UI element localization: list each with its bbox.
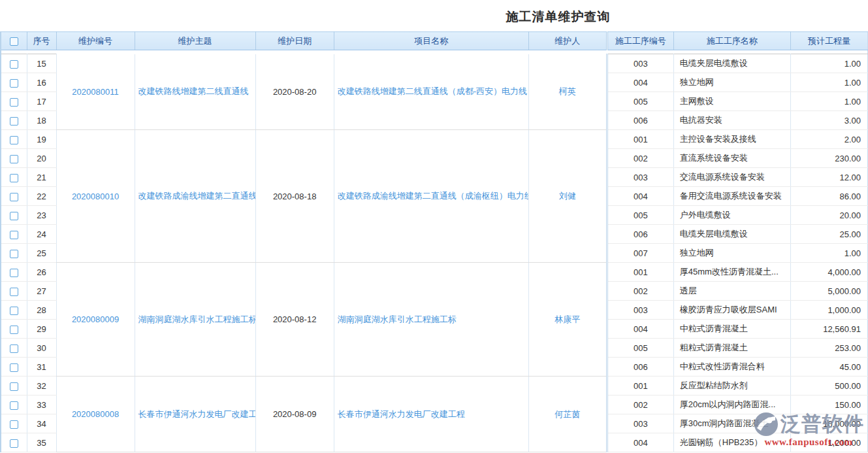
header-qty: 预计工程量 (790, 32, 867, 50)
row-checkbox[interactable] (10, 401, 18, 410)
subject-cell-link[interactable]: 长春市伊通河水力发电厂改建工程 (138, 409, 256, 419)
seq-cell: 25 (27, 244, 56, 263)
subject-cell: 湖南洞庭湖水库引水工程施工标 (135, 263, 255, 377)
row-checkbox[interactable] (10, 231, 18, 239)
maint-no-cell-link[interactable]: 2020080010 (72, 192, 119, 201)
proc-no-cell: 003 (607, 168, 673, 187)
subject-cell-link[interactable]: 改建铁路成渝线增建第二直通线 (138, 191, 256, 201)
row-checkbox[interactable] (10, 250, 18, 258)
row-checkbox[interactable] (10, 307, 18, 315)
qty-cell: 20.00 (790, 206, 867, 225)
row-checkbox[interactable] (10, 439, 18, 448)
table-header-row: 序号 维护编号 维护主题 维护日期 项目名称 维护人 施工工序编号 施工工序名称… (1, 32, 868, 50)
header-subject: 维护主题 (135, 32, 255, 50)
row-checkbox[interactable] (10, 363, 18, 372)
qty-cell: 230.00 (790, 149, 867, 168)
proc-name-cell: 透层 (673, 282, 790, 301)
row-checkbox[interactable] (10, 288, 18, 296)
qty-cell: 3.00 (790, 111, 867, 130)
proc-name-cell: 中粒式改性沥青混合料 (673, 358, 790, 377)
maintainer-cell: 柯英 (528, 54, 607, 130)
maint-no-cell-link[interactable]: 2020080009 (72, 314, 119, 324)
maintenance-query-table: 序号 维护编号 维护主题 维护日期 项目名称 维护人 施工工序编号 施工工序名称… (0, 31, 868, 452)
proc-name-cell: 独立地网 (673, 244, 790, 263)
row-checkbox[interactable] (10, 117, 18, 126)
row-select-cell (1, 244, 27, 263)
row-select-cell (1, 92, 27, 111)
row-checkbox[interactable] (10, 98, 18, 107)
row-select-cell (1, 358, 27, 377)
maintainer-cell-link[interactable]: 林康平 (555, 314, 580, 324)
row-checkbox[interactable] (10, 136, 18, 144)
proc-no-cell: 003 (607, 414, 673, 433)
maint-no-cell-link[interactable]: 2020080011 (72, 87, 118, 97)
maintainer-cell: 林康平 (528, 263, 607, 377)
proc-name-cell: 橡胶沥青应力吸收层SAMI (673, 301, 790, 320)
subject-cell-link[interactable]: 湖南洞庭湖水库引水工程施工标 (138, 314, 256, 324)
subject-cell: 改建铁路成渝线增建第二直通线 (135, 130, 255, 263)
project-cell-link[interactable]: 改建铁路成渝线增建第二直通线（成渝枢纽）电力线 (338, 191, 529, 201)
date-cell: 2020-08-09 (255, 377, 334, 452)
maint-no-cell: 2020080008 (56, 377, 135, 452)
project-cell: 长春市伊通河水力发电厂改建工程 (334, 377, 528, 452)
qty-cell: 150.00 (790, 395, 867, 414)
row-checkbox[interactable] (10, 174, 18, 182)
proc-name-cell: 直流系统设备安装 (673, 149, 790, 168)
subject-cell-link[interactable]: 改建铁路线增建第二线直通线 (138, 86, 249, 96)
subject-cell: 改建铁路线增建第二线直通线 (135, 54, 255, 130)
proc-name-cell: 中粒式沥青混凝土 (673, 320, 790, 339)
row-checkbox[interactable] (10, 269, 18, 277)
maintainer-cell-link[interactable]: 柯英 (559, 86, 576, 96)
row-checkbox[interactable] (10, 193, 18, 201)
project-cell-link[interactable]: 改建铁路线增建第二线直通线（成都-西安）电力线 (338, 86, 527, 96)
row-checkbox[interactable] (10, 420, 18, 429)
qty-cell: 10,000.00 (790, 414, 867, 433)
project-cell-link[interactable]: 湖南洞庭湖水库引水工程施工标 (338, 314, 457, 324)
row-checkbox[interactable] (10, 326, 18, 334)
header-maint-no: 维护编号 (56, 32, 135, 50)
app-window: 施工清单维护查询 序号 维护编号 维护主题 维护日期 项目名称 维护人 施工工序… (0, 0, 868, 453)
proc-no-cell: 004 (607, 320, 673, 339)
row-select-cell (1, 263, 27, 282)
proc-name-cell: 厚20cm以内洞内路面混... (673, 395, 790, 414)
table-row: 192020080010改建铁路成渝线增建第二直通线2020-08-18改建铁路… (1, 130, 868, 149)
seq-cell: 21 (27, 168, 56, 187)
proc-no-cell: 006 (607, 225, 673, 244)
project-cell-link[interactable]: 长春市伊通河水力发电厂改建工程 (338, 409, 465, 419)
row-select-cell (1, 395, 27, 414)
seq-cell: 18 (27, 111, 56, 130)
row-checkbox[interactable] (10, 344, 18, 353)
select-all-checkbox[interactable] (10, 37, 18, 46)
row-checkbox[interactable] (10, 79, 18, 88)
proc-no-cell: 004 (607, 433, 673, 452)
qty-cell: 12,560.91 (790, 320, 867, 339)
maintainer-cell-link[interactable]: 刘健 (559, 191, 576, 201)
proc-no-cell: 004 (607, 73, 673, 92)
maintainer-cell-link[interactable]: 何芷茵 (555, 409, 580, 419)
seq-cell: 20 (27, 149, 56, 168)
maint-no-cell-link[interactable]: 2020080008 (72, 409, 119, 419)
proc-name-cell: 粗粒式沥青混凝土 (673, 339, 790, 358)
select-all-cell (1, 32, 27, 50)
seq-cell: 30 (27, 339, 56, 358)
proc-name-cell: 厚30cm洞内路面混凝土 (673, 414, 790, 433)
maint-no-cell: 2020080010 (56, 130, 135, 263)
qty-cell: 4,000.00 (790, 263, 867, 282)
proc-name-cell: 光圆钢筋（HPB235） (673, 433, 790, 452)
proc-name-cell: 厚45mm改性沥青混凝土... (673, 263, 790, 282)
row-checkbox[interactable] (10, 212, 18, 220)
qty-cell: 86.00 (790, 187, 867, 206)
row-checkbox[interactable] (10, 60, 18, 69)
header-date: 维护日期 (255, 32, 334, 50)
qty-cell: 1.00 (790, 54, 867, 73)
row-select-cell (1, 54, 27, 73)
row-checkbox[interactable] (10, 382, 18, 391)
header-proc-no: 施工工序编号 (607, 32, 673, 50)
qty-cell: 500.00 (790, 377, 867, 395)
proc-name-cell: 反应型粘结防水剂 (673, 377, 790, 395)
seq-cell: 34 (27, 414, 56, 433)
proc-name-cell: 交流电源系统设备安装 (673, 168, 790, 187)
row-checkbox[interactable] (10, 155, 18, 163)
seq-cell: 17 (27, 92, 56, 111)
proc-name-cell: 电缆夹层电缆敷设 (673, 225, 790, 244)
